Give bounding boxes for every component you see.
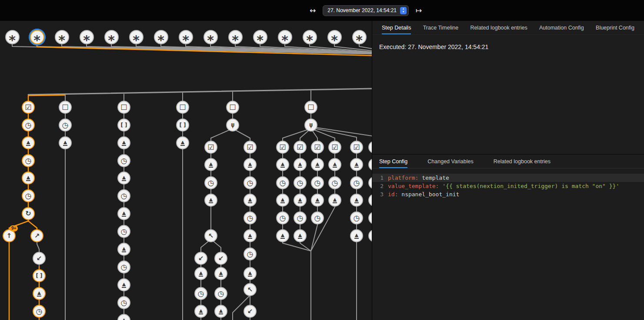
eject-node[interactable]: ▲ bbox=[244, 158, 257, 171]
eject-node[interactable]: ▲ bbox=[117, 278, 130, 291]
eject-node[interactable]: ▲ bbox=[311, 158, 324, 171]
state-check-node[interactable]: ☑ bbox=[22, 101, 35, 114]
tab-changed-variables[interactable]: Changed Variables bbox=[427, 155, 473, 168]
eject-node[interactable]: ▲ bbox=[117, 207, 130, 220]
arrow-up-left-node[interactable]: ↖ bbox=[244, 283, 257, 296]
brackets-node[interactable]: [ ] bbox=[176, 119, 189, 132]
trigger-node[interactable]: * bbox=[55, 30, 69, 44]
eject-node[interactable]: ▲ bbox=[22, 172, 35, 185]
tab-related-logbook-entries[interactable]: Related logbook entries bbox=[470, 21, 527, 34]
state-check-node[interactable]: ☑ bbox=[276, 141, 289, 154]
timer-node[interactable]: ◷ bbox=[276, 176, 289, 189]
state-check-node[interactable]: ☑ bbox=[350, 141, 363, 154]
refresh-node[interactable]: ↻ bbox=[22, 207, 35, 220]
tab-config-related-logbook-entries[interactable]: Related logbook entries bbox=[494, 155, 551, 168]
tab-step-details[interactable]: Step Details bbox=[382, 21, 411, 34]
eject-node[interactable]: ▲ bbox=[244, 194, 257, 207]
eject-node[interactable]: ▲ bbox=[22, 136, 35, 149]
eject-node[interactable]: ▲ bbox=[328, 194, 341, 207]
eject-node[interactable]: ▲ bbox=[276, 194, 289, 207]
timer-node[interactable]: ◷ bbox=[350, 211, 363, 224]
trigger-node[interactable]: * bbox=[278, 30, 292, 44]
brackets-node[interactable]: [ ] bbox=[33, 269, 46, 282]
timer-node[interactable]: ◷ bbox=[194, 287, 207, 300]
eject-node[interactable]: ▲ bbox=[194, 267, 207, 280]
eject-node[interactable]: ▲ bbox=[117, 243, 130, 256]
choose-node[interactable]: ⋔ bbox=[304, 119, 317, 132]
timer-node[interactable]: ◷ bbox=[214, 287, 227, 300]
state-square-node[interactable]: ☐ bbox=[304, 101, 317, 114]
eject-node[interactable]: ▲ bbox=[214, 305, 227, 318]
timer-node[interactable]: ◷ bbox=[328, 176, 341, 189]
choose-node[interactable]: ⋔ bbox=[226, 119, 239, 132]
eject-node[interactable]: ▲ bbox=[194, 305, 207, 318]
timer-node[interactable]: ◷ bbox=[22, 154, 35, 167]
timer-node[interactable]: ◷ bbox=[117, 189, 130, 202]
state-check-node[interactable]: ☑ bbox=[328, 141, 341, 154]
timer-node[interactable]: ◷ bbox=[22, 119, 35, 132]
run-select[interactable]: 27. November 2022, 14:54:21 ▴ ▾ bbox=[323, 5, 409, 16]
eject-node[interactable]: ▲ bbox=[244, 267, 257, 280]
eject-node[interactable]: ▲ bbox=[204, 194, 217, 207]
state-square-node[interactable]: ☐ bbox=[226, 101, 239, 114]
trigger-node[interactable]: * bbox=[5, 30, 20, 44]
timer-node[interactable]: ◷ bbox=[117, 261, 130, 274]
tab-trace-timeline[interactable]: Trace Timeline bbox=[423, 21, 459, 34]
eject-node[interactable]: ▲ bbox=[244, 229, 257, 242]
arrow-up-right-node[interactable]: ↗ bbox=[30, 229, 43, 242]
state-check-node[interactable]: ☑ bbox=[244, 141, 257, 154]
trigger-node[interactable]: * bbox=[30, 30, 44, 44]
trigger-node[interactable]: * bbox=[303, 30, 317, 44]
tab-automation-config[interactable]: Automation Config bbox=[539, 21, 584, 34]
trigger-node[interactable]: * bbox=[154, 30, 168, 44]
eject-node[interactable]: ▲ bbox=[350, 158, 363, 171]
arrow-down-left-node[interactable]: ↙ bbox=[244, 305, 257, 318]
timer-node[interactable]: ◷ bbox=[244, 247, 257, 261]
trigger-node[interactable]: * bbox=[80, 30, 94, 44]
eject-node[interactable]: ▲ bbox=[117, 172, 130, 185]
arrow-down-left-node[interactable]: ↙ bbox=[214, 252, 227, 265]
eject-node[interactable]: ▲ bbox=[294, 194, 307, 207]
arrow-down-left-node[interactable]: ↙ bbox=[194, 252, 207, 265]
eject-node[interactable]: ▲ bbox=[117, 136, 130, 149]
state-square-node[interactable]: ☐ bbox=[176, 101, 189, 114]
arrow-down-left-node[interactable]: ↙ bbox=[33, 252, 46, 265]
timer-node[interactable]: ◷ bbox=[294, 211, 307, 224]
eject-node[interactable]: ▲ bbox=[276, 158, 289, 171]
eject-node[interactable]: ▲ bbox=[294, 229, 307, 242]
timer-node[interactable]: ◷ bbox=[276, 211, 289, 224]
previous-run-icon[interactable]: ↔ bbox=[310, 7, 316, 14]
timer-node[interactable]: ◷ bbox=[311, 176, 324, 189]
trigger-node[interactable]: * bbox=[228, 30, 243, 44]
timer-node[interactable]: ◷ bbox=[117, 225, 130, 238]
state-check-node[interactable]: ☑ bbox=[311, 141, 324, 154]
trigger-node[interactable]: * bbox=[104, 30, 119, 44]
trigger-node[interactable]: * bbox=[179, 30, 193, 44]
trace-graph[interactable]: ****************☑◷▲◷▲◷↻↑↗↙[ ]▲◷☐◷▲☐[ ]▲◷… bbox=[0, 21, 372, 320]
trigger-node[interactable]: * bbox=[327, 30, 342, 44]
timer-node[interactable]: ◷ bbox=[22, 189, 35, 202]
eject-node[interactable]: ▲ bbox=[276, 229, 289, 242]
timer-node[interactable]: ◷ bbox=[204, 176, 217, 189]
eject-node[interactable]: ▲ bbox=[350, 229, 363, 242]
state-square-node[interactable]: ☐ bbox=[117, 101, 130, 114]
eject-node[interactable]: ▲ bbox=[214, 267, 227, 280]
trigger-node[interactable]: * bbox=[253, 30, 267, 44]
eject-node[interactable]: ▲ bbox=[33, 287, 46, 300]
tab-step-config[interactable]: Step Config bbox=[379, 155, 407, 168]
next-run-icon[interactable]: ↦ bbox=[416, 7, 422, 14]
timer-node[interactable]: ◷ bbox=[59, 119, 72, 132]
stepper-icon[interactable]: ▴ ▾ bbox=[400, 7, 407, 14]
timer-node[interactable]: ◷ bbox=[311, 211, 324, 224]
trigger-node[interactable]: * bbox=[204, 30, 218, 44]
timer-node[interactable]: ◷ bbox=[244, 176, 257, 189]
eject-node[interactable]: ▲ bbox=[204, 158, 217, 171]
state-check-node[interactable]: ☑ bbox=[294, 141, 307, 154]
trigger-node[interactable]: * bbox=[352, 30, 367, 44]
eject-node[interactable]: ▲ bbox=[59, 136, 72, 149]
timer-node[interactable]: ◷ bbox=[117, 154, 130, 167]
arrow-up-left-node[interactable]: ↖ bbox=[204, 229, 217, 242]
timer-node[interactable]: ◷ bbox=[244, 211, 257, 224]
eject-node[interactable]: ▲ bbox=[328, 158, 341, 171]
timer-node[interactable]: ◷ bbox=[350, 176, 363, 189]
